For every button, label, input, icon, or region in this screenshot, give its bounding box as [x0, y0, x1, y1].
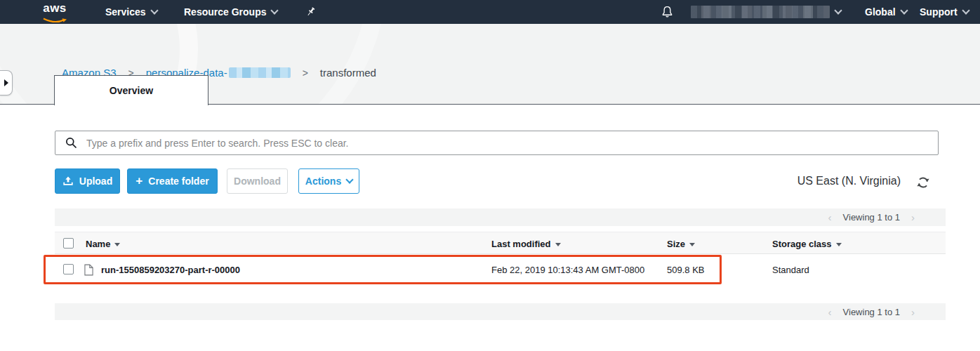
page-prev-chevron[interactable]: ‹: [828, 306, 832, 318]
column-header-last-modified[interactable]: Last modified: [491, 232, 561, 255]
tab-overview[interactable]: Overview: [54, 75, 208, 105]
select-all-checkbox[interactable]: [63, 238, 74, 249]
column-header-storage-class-label: Storage class: [772, 239, 832, 249]
nav-services[interactable]: Services: [105, 0, 157, 24]
right-triangle-icon: [4, 79, 8, 86]
create-folder-button-label: Create folder: [148, 176, 208, 187]
nav-region-selector[interactable]: Global: [865, 0, 907, 24]
page-next-chevron[interactable]: ›: [911, 211, 915, 223]
file-icon: [84, 254, 93, 285]
breadcrumb-bucket-redacted: [229, 67, 291, 78]
table-header-row: Name Last modified Size Storage class: [55, 232, 946, 254]
cell-size: 509.8 KB: [667, 254, 705, 285]
column-header-size-label: Size: [667, 239, 685, 249]
cell-last-modified: Feb 22, 2019 10:13:43 AM GMT-0800: [491, 254, 644, 285]
column-header-storage-class[interactable]: Storage class: [772, 232, 842, 255]
plus-icon: +: [135, 176, 143, 186]
viewing-range-text: Viewing 1 to 1: [843, 307, 900, 317]
refresh-button[interactable]: [917, 176, 929, 192]
s3-console-screen: aws Services Resource Groups: [0, 0, 980, 351]
chevron-down-icon: [346, 176, 354, 183]
pushpin-icon: [305, 6, 316, 18]
column-header-name-label: Name: [86, 239, 110, 249]
chevron-down-icon: [150, 6, 158, 14]
sort-caret-icon: [555, 243, 561, 246]
bell-icon: [661, 5, 674, 19]
region-label: US East (N. Virginia): [737, 175, 901, 187]
nav-notifications[interactable]: [661, 5, 674, 22]
column-header-name[interactable]: Name: [86, 232, 120, 255]
download-button[interactable]: Download: [227, 168, 288, 194]
create-folder-button[interactable]: + Create folder: [127, 168, 218, 194]
nav-resource-groups[interactable]: Resource Groups: [184, 0, 277, 24]
top-nav-bar: aws Services Resource Groups: [0, 0, 980, 24]
actions-dropdown-button[interactable]: Actions: [298, 168, 359, 194]
upload-icon: [62, 176, 74, 187]
viewing-range-text: Viewing 1 to 1: [843, 212, 900, 223]
nav-pin-shortcut[interactable]: [305, 0, 316, 24]
object-name-link[interactable]: run-1550859203270-part-r-00000: [101, 254, 240, 285]
chevron-down-icon: [962, 6, 969, 14]
page-next-chevron[interactable]: ›: [911, 306, 915, 318]
sort-caret-icon: [114, 243, 120, 246]
tab-overview-label: Overview: [110, 85, 153, 96]
search-input[interactable]: [55, 131, 939, 155]
nav-region-label: Global: [865, 6, 896, 18]
nav-resource-groups-label: Resource Groups: [184, 6, 266, 18]
nav-support-label: Support: [920, 6, 958, 18]
chevron-down-icon: [900, 6, 908, 14]
account-name-redacted: [691, 6, 830, 18]
actions-button-label: Actions: [305, 176, 341, 187]
cell-storage-class: Standard: [772, 254, 809, 285]
page-prev-chevron[interactable]: ‹: [828, 211, 832, 223]
sort-caret-icon: [689, 243, 695, 246]
refresh-icon: [917, 176, 929, 189]
breadcrumb-current-folder: transformed: [320, 67, 376, 79]
chevron-down-icon: [271, 6, 279, 14]
sidebar-expand-toggle[interactable]: [0, 70, 13, 95]
aws-smile-icon: [42, 18, 67, 24]
download-button-label: Download: [234, 176, 281, 187]
row-checkbox[interactable]: [63, 264, 74, 274]
column-header-last-modified-label: Last modified: [491, 239, 551, 249]
pagination-bar-bottom: ‹ Viewing 1 to 1 ›: [55, 303, 946, 320]
pagination-bar-top: ‹ Viewing 1 to 1 ›: [55, 208, 946, 226]
nav-services-label: Services: [105, 6, 146, 18]
table-row: run-1550859203270-part-r-00000 Feb 22, 2…: [55, 254, 946, 285]
nav-support[interactable]: Support: [920, 0, 969, 24]
sort-caret-icon: [836, 243, 842, 246]
aws-logo-text: aws: [41, 2, 69, 14]
nav-account-menu[interactable]: [691, 0, 841, 24]
upload-button[interactable]: Upload: [55, 168, 120, 194]
aws-logo[interactable]: aws: [41, 2, 69, 27]
column-header-size[interactable]: Size: [667, 232, 695, 255]
chevron-down-icon: [834, 6, 842, 14]
breadcrumb-separator: >: [303, 67, 308, 79]
upload-button-label: Upload: [79, 176, 112, 187]
